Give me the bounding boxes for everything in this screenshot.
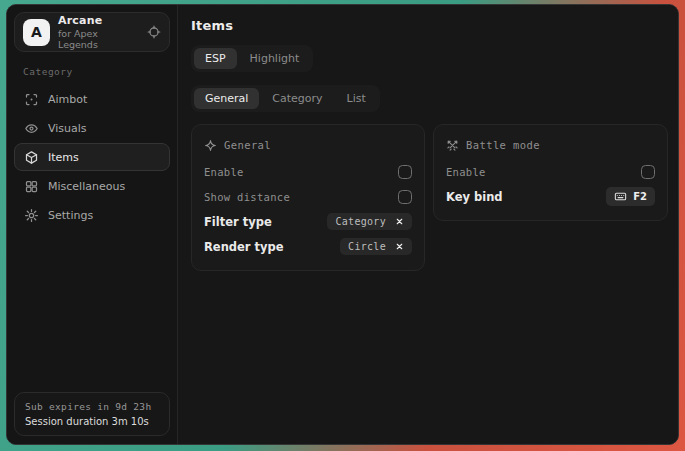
battle-mode-panel-header: Battle mode [446, 134, 655, 156]
keyboard-icon [614, 190, 627, 203]
close-icon[interactable] [395, 242, 404, 251]
setting-label: Render type [204, 240, 284, 254]
setting-label: Show distance [204, 191, 290, 203]
sidebar-item-label: Items [48, 151, 79, 164]
setting-row-enable: Enable [204, 159, 412, 184]
view-tab-group: General Category List [191, 85, 380, 112]
desktop-background: A Arcane for Apex Legends Category [0, 0, 685, 451]
sidebar-item-visuals[interactable]: Visuals [14, 114, 170, 142]
general-panel: General Enable Show distance Filter type… [191, 124, 425, 271]
app-title: Arcane [58, 14, 139, 27]
general-panel-header: General [204, 134, 412, 156]
app-meta: Arcane for Apex Legends [58, 14, 139, 50]
setting-row-filter-type: Filter type Category [204, 209, 412, 234]
sidebar: A Arcane for Apex Legends Category [7, 5, 177, 444]
battle-mode-panel-title: Battle mode [466, 139, 540, 151]
battle-enable-checkbox[interactable] [641, 165, 655, 179]
misc-grid-icon [24, 179, 39, 194]
sidebar-nav: Aimbot Visuals [14, 85, 170, 229]
setting-row-show-distance: Show distance [204, 184, 412, 209]
sidebar-item-label: Miscellaneous [48, 180, 125, 193]
render-type-select[interactable]: Circle [340, 238, 412, 255]
swords-icon [446, 139, 459, 152]
tab-category[interactable]: Category [261, 88, 333, 109]
close-icon[interactable] [395, 217, 404, 226]
enable-checkbox[interactable] [398, 165, 412, 179]
key-bind-button[interactable]: F2 [606, 187, 655, 206]
sidebar-item-label: Visuals [48, 122, 87, 135]
items-icon [24, 150, 39, 165]
setting-row-enable: Enable [446, 159, 655, 184]
show-distance-checkbox[interactable] [398, 190, 412, 204]
battle-mode-panel: Battle mode Enable Key bind [433, 124, 668, 221]
setting-label: Key bind [446, 190, 503, 204]
key-bind-value: F2 [633, 191, 647, 202]
tab-esp[interactable]: ESP [194, 48, 237, 69]
app-subtitle: for Apex Legends [58, 28, 139, 50]
app-header-card: A Arcane for Apex Legends [14, 12, 170, 52]
setting-row-key-bind: Key bind F2 [446, 184, 655, 209]
tab-highlight[interactable]: Highlight [239, 48, 311, 69]
setting-label: Filter type [204, 215, 272, 229]
page-title: Items [191, 18, 668, 33]
sub-expiry-text: Sub expires in 9d 23h [25, 401, 159, 412]
visuals-icon [24, 121, 39, 136]
sidebar-item-items[interactable]: Items [14, 143, 170, 171]
filter-type-select[interactable]: Category [327, 213, 412, 230]
sidebar-section-label: Category [23, 66, 170, 77]
tab-general[interactable]: General [194, 88, 259, 109]
sidebar-item-miscellaneous[interactable]: Miscellaneous [14, 172, 170, 200]
filter-type-value: Category [335, 216, 386, 227]
sidebar-item-label: Aimbot [48, 93, 87, 106]
arcane-window: A Arcane for Apex Legends Category [6, 4, 679, 445]
render-type-value: Circle [348, 241, 386, 252]
sparkle-icon [204, 139, 217, 152]
session-duration-text: Session duration 3m 10s [25, 416, 159, 427]
crosshair-icon[interactable] [147, 25, 161, 39]
setting-row-render-type: Render type Circle [204, 234, 412, 259]
setting-label: Enable [446, 166, 486, 178]
sidebar-item-aimbot[interactable]: Aimbot [14, 85, 170, 113]
mode-tab-group: ESP Highlight [191, 45, 313, 72]
app-logo: A [23, 19, 50, 46]
setting-label: Enable [204, 166, 244, 178]
aimbot-icon [24, 92, 39, 107]
general-panel-title: General [224, 139, 271, 151]
sidebar-item-settings[interactable]: Settings [14, 201, 170, 229]
sidebar-item-label: Settings [48, 209, 93, 222]
main-content: Items ESP Highlight General Category Lis… [177, 5, 679, 444]
app-logo-letter: A [31, 24, 42, 40]
subscription-card: Sub expires in 9d 23h Session duration 3… [14, 392, 170, 436]
settings-cards: General Enable Show distance Filter type… [191, 124, 668, 271]
gear-icon [24, 208, 39, 223]
tab-list[interactable]: List [336, 88, 377, 109]
